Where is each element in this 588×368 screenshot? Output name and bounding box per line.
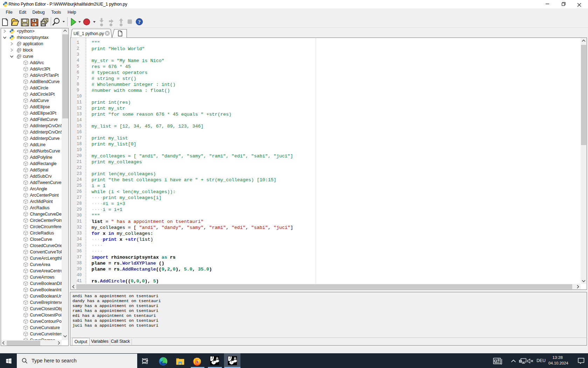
- svg-text:?: ?: [138, 19, 141, 25]
- svg-text:UE_1 python.py: UE_1 python.py: [74, 31, 104, 36]
